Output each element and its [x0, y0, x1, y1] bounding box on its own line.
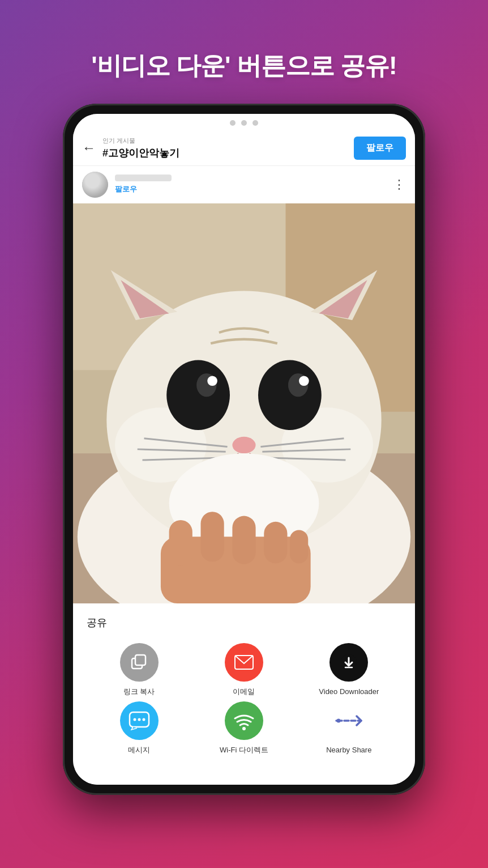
nearby-label: Nearby Share — [326, 746, 371, 755]
svg-point-17 — [299, 376, 309, 386]
wifi-label: Wi-Fi 다이렉트 — [220, 746, 268, 755]
headline-text: '비디오 다운' 버튼으로 공유! — [91, 51, 396, 81]
svg-rect-27 — [169, 520, 192, 566]
header-left-row: ← 인기 게시물 #고양이안악놓기 — [82, 137, 179, 160]
notch-area — [73, 114, 415, 132]
phone-frame: ← 인기 게시물 #고양이안악놓기 팔로우 팔로우 — [63, 104, 425, 795]
header-title-group: 인기 게시물 #고양이안악놓기 — [102, 137, 179, 160]
notch-dot-3 — [252, 120, 258, 126]
share-panel: 공유 링크 복사 — [73, 603, 415, 785]
user-details: 팔로우 — [115, 175, 172, 194]
message-icon — [120, 701, 159, 740]
svg-point-13 — [258, 360, 322, 430]
username-blur — [115, 175, 172, 181]
downloader-icon — [329, 643, 368, 682]
svg-point-16 — [207, 376, 217, 386]
share-item-message[interactable]: 메시지 — [87, 701, 191, 755]
cat-image-area — [73, 203, 415, 603]
svg-rect-31 — [290, 530, 308, 563]
svg-point-18 — [232, 437, 255, 453]
downloader-label: Video Downloader — [319, 687, 379, 697]
svg-point-38 — [133, 718, 136, 721]
avatar — [82, 172, 108, 198]
svg-rect-29 — [232, 516, 255, 564]
notch-dot-1 — [230, 120, 236, 126]
notch-dot-2 — [241, 120, 247, 126]
phone-mockup: ← 인기 게시물 #고양이안악놓기 팔로우 팔로우 — [63, 104, 425, 795]
back-button[interactable]: ← — [82, 140, 96, 156]
svg-rect-30 — [264, 522, 287, 564]
header-title: #고양이안악놓기 — [102, 146, 179, 160]
svg-point-41 — [242, 727, 246, 730]
svg-point-12 — [166, 360, 230, 430]
cat-illustration — [73, 203, 415, 603]
share-grid: 링크 복사 이메일 — [73, 639, 415, 767]
phone-screen: ← 인기 게시물 #고양이안악놓기 팔로우 팔로우 — [73, 114, 415, 785]
share-item-wifi[interactable]: Wi-Fi 다이렉트 — [191, 701, 296, 755]
share-title: 공유 — [73, 603, 415, 639]
svg-point-46 — [337, 718, 341, 722]
share-item-email[interactable]: 이메일 — [191, 643, 296, 697]
link-copy-icon — [120, 643, 159, 682]
email-label: 이메일 — [233, 687, 255, 697]
wifi-icon — [225, 701, 263, 740]
nearby-icon — [329, 701, 368, 740]
share-item-downloader[interactable]: Video Downloader — [297, 643, 401, 697]
svg-point-40 — [142, 718, 145, 721]
share-item-link-copy[interactable]: 링크 복사 — [87, 643, 191, 697]
svg-rect-28 — [201, 512, 224, 561]
follow-button[interactable]: 팔로우 — [354, 137, 406, 160]
svg-point-39 — [138, 718, 140, 721]
app-header: ← 인기 게시물 #고양이안악놓기 팔로우 — [73, 132, 415, 166]
header-sub-label: 인기 게시물 — [102, 137, 179, 145]
email-icon — [225, 643, 263, 682]
share-item-nearby[interactable]: Nearby Share — [297, 701, 401, 755]
user-row: 팔로우 ⋮ — [73, 166, 415, 203]
user-follow-link[interactable]: 팔로우 — [115, 185, 137, 193]
message-label: 메시지 — [128, 746, 150, 755]
user-info: 팔로우 — [82, 172, 172, 198]
more-button[interactable]: ⋮ — [393, 177, 406, 192]
link-copy-label: 링크 복사 — [123, 687, 155, 697]
svg-rect-33 — [135, 655, 145, 665]
